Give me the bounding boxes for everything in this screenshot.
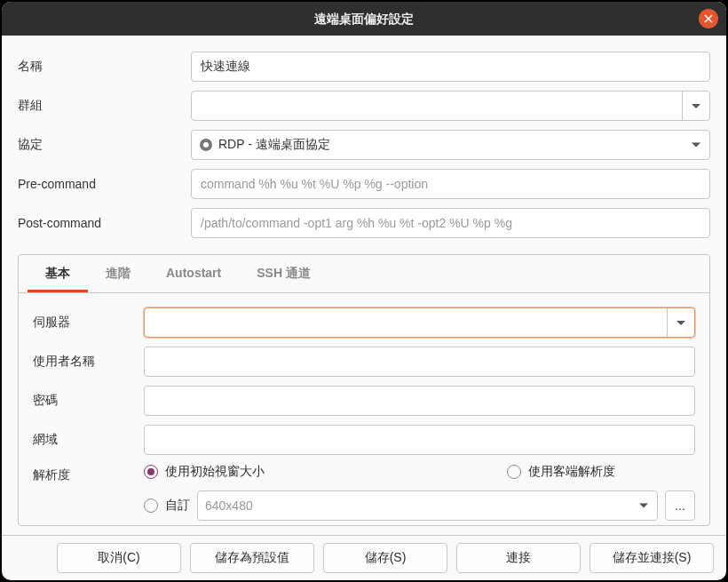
resolution-custom-value: 640x480 xyxy=(205,498,253,513)
cancel-button[interactable]: 取消(C) xyxy=(57,543,181,573)
resolution-client-label: 使用客端解析度 xyxy=(528,464,615,480)
titlebar: 遠端桌面偏好設定 xyxy=(2,2,726,36)
protocol-combo[interactable]: RDP - 遠端桌面協定 xyxy=(191,130,710,160)
save-connect-button[interactable]: 儲存並連接(S) xyxy=(590,543,714,573)
tab-advanced[interactable]: 進階 xyxy=(88,255,148,292)
domain-label: 網域 xyxy=(33,432,144,448)
save-button[interactable]: 儲存(S) xyxy=(323,543,447,573)
tab-basic[interactable]: 基本 xyxy=(28,255,88,292)
server-label: 伺服器 xyxy=(33,315,144,331)
rdp-icon xyxy=(199,138,213,152)
tab-bar: 基本 進階 Autostart SSH 通道 xyxy=(19,255,709,293)
server-drop-button[interactable] xyxy=(667,308,694,337)
postcommand-label: Post-command xyxy=(18,216,191,230)
username-input[interactable] xyxy=(144,347,695,377)
chevron-down-icon xyxy=(677,321,685,325)
group-input[interactable] xyxy=(192,92,682,120)
ellipsis-icon: ... xyxy=(675,498,685,513)
resolution-label: 解析度 xyxy=(33,464,144,483)
resolution-client-radio[interactable]: 使用客端解析度 xyxy=(507,464,615,480)
chevron-down-icon xyxy=(692,143,700,147)
tab-ssh[interactable]: SSH 通道 xyxy=(239,255,328,292)
server-input[interactable] xyxy=(145,308,667,337)
server-combo[interactable] xyxy=(144,307,695,338)
radio-icon xyxy=(144,465,158,479)
name-input[interactable] xyxy=(191,52,710,82)
protocol-value: RDP - 遠端桌面協定 xyxy=(218,137,330,153)
chevron-down-icon xyxy=(639,504,648,508)
radio-icon xyxy=(507,465,521,479)
svg-point-1 xyxy=(203,142,209,147)
domain-input[interactable] xyxy=(144,425,695,455)
dialog-window: 遠端桌面偏好設定 名稱 群組 協定 xyxy=(2,2,726,580)
username-label: 使用者名稱 xyxy=(33,354,144,370)
connect-button[interactable]: 連接 xyxy=(456,543,581,573)
tab-basic-page: 伺服器 使用者名稱 密碼 網域 xyxy=(19,293,709,525)
password-input[interactable] xyxy=(144,386,695,416)
window-title: 遠端桌面偏好設定 xyxy=(314,12,414,26)
save-default-button[interactable]: 儲存為預設值 xyxy=(190,543,314,573)
tab-autostart[interactable]: Autostart xyxy=(148,255,239,292)
resolution-initial-label: 使用初始視窗大小 xyxy=(165,464,265,480)
resolution-initial-radio[interactable]: 使用初始視窗大小 xyxy=(144,464,265,480)
content-area: 名稱 群組 協定 RDP - 遠端桌面協定 Pre-comm xyxy=(2,36,726,535)
postcommand-input[interactable] xyxy=(191,208,710,238)
resolution-custom-radio[interactable]: 自訂 xyxy=(144,498,190,514)
footer-buttons: 取消(C) 儲存為預設值 儲存(S) 連接 儲存並連接(S) xyxy=(2,535,726,580)
group-combo[interactable] xyxy=(191,91,710,121)
radio-icon xyxy=(144,498,158,513)
protocol-label: 協定 xyxy=(18,137,191,153)
resolution-custom-combo[interactable]: 640x480 xyxy=(197,490,658,521)
password-label: 密碼 xyxy=(33,393,144,409)
chevron-down-icon xyxy=(692,104,700,108)
group-label: 群組 xyxy=(18,98,191,114)
name-label: 名稱 xyxy=(18,59,191,75)
resolution-more-button[interactable]: ... xyxy=(665,490,695,521)
close-icon xyxy=(704,14,713,23)
precommand-label: Pre-command xyxy=(18,177,191,191)
resolution-custom-label: 自訂 xyxy=(165,498,190,514)
precommand-input[interactable] xyxy=(191,169,710,199)
close-button[interactable] xyxy=(699,9,718,28)
group-drop-button[interactable] xyxy=(682,92,709,120)
notebook: 基本 進階 Autostart SSH 通道 伺服器 使用者名稱 xyxy=(18,254,710,526)
